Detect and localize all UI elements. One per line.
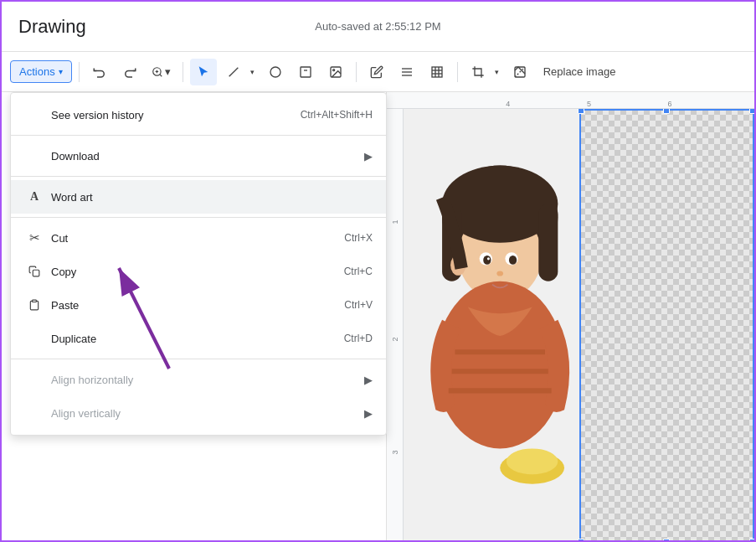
- replace-image-icon-button[interactable]: [507, 59, 533, 85]
- menu-shortcut-paste: Ctrl+V: [344, 299, 373, 311]
- version-history-icon: [24, 105, 44, 125]
- toolbar-divider-2: [183, 62, 183, 82]
- ruler-mark-6: 6: [668, 100, 672, 108]
- chevron-icon: ▾: [250, 68, 255, 76]
- toolbar-divider-3: [356, 62, 357, 82]
- menu-item-word-art[interactable]: A Word art: [11, 180, 386, 214]
- toolbar-divider-4: [457, 62, 458, 82]
- svg-rect-28: [538, 204, 558, 281]
- ruler-left: 1 2 3: [387, 109, 404, 542]
- text-box-button[interactable]: [292, 59, 319, 85]
- svg-point-39: [509, 256, 517, 265]
- svg-point-9: [332, 69, 334, 70]
- svg-point-37: [487, 257, 490, 260]
- menu-label-copy: Copy: [51, 266, 344, 278]
- top-bar: Drawing Auto-saved at 2:55:12 PM: [2, 2, 754, 52]
- menu-shortcut-copy: Ctrl+C: [344, 266, 373, 277]
- menu-label-align-horizontally: Align horizontally: [51, 374, 357, 386]
- menu-label-cut: Cut: [51, 232, 344, 245]
- ruler-mark-1: 1: [391, 219, 399, 224]
- crop-tool-arrow[interactable]: ▾: [491, 59, 503, 85]
- menu-item-version-history[interactable]: See version history Ctrl+Alt+Shift+H: [11, 98, 386, 132]
- left-panel: See version history Ctrl+Alt+Shift+H Dow…: [2, 92, 387, 542]
- menu-separator-4: [11, 359, 386, 359]
- align-vertically-arrow-icon: ▶: [364, 407, 373, 420]
- menu-item-paste[interactable]: Paste Ctrl+V: [11, 288, 386, 322]
- ruler-mark-3: 3: [391, 450, 399, 454]
- crop-tool-group: ▾: [465, 59, 503, 85]
- cut-icon: ✂: [24, 228, 44, 248]
- download-icon: [24, 146, 44, 166]
- canvas-content: [404, 109, 754, 542]
- canvas-panel: 4 5 6 1 2 3: [387, 92, 754, 542]
- crop-tool-button[interactable]: [465, 59, 491, 85]
- download-arrow-icon: ▶: [364, 150, 373, 163]
- menu-label-paste: Paste: [51, 299, 344, 312]
- actions-dropdown-menu: See version history Ctrl+Alt+Shift+H Dow…: [10, 92, 387, 436]
- chevron-icon-crop: ▾: [495, 68, 499, 76]
- menu-label-word-art: Word art: [51, 191, 373, 204]
- zoom-down-icon: ▾: [165, 65, 171, 78]
- actions-label: Actions: [19, 65, 55, 78]
- redo-button[interactable]: [116, 59, 143, 85]
- checker-background: [579, 109, 755, 542]
- actions-button[interactable]: Actions ▾: [10, 60, 72, 83]
- align-horizontally-arrow-icon: ▶: [364, 374, 373, 386]
- svg-line-1: [159, 74, 162, 76]
- svg-rect-6: [301, 67, 311, 77]
- ruler-top: 4 5 6: [387, 92, 754, 109]
- svg-rect-13: [432, 67, 442, 77]
- line-tool-button[interactable]: [220, 59, 247, 85]
- svg-point-42: [507, 448, 558, 474]
- illustration-svg: [404, 109, 596, 542]
- svg-rect-20: [33, 270, 39, 276]
- menu-label-align-vertically: Align vertically: [51, 407, 357, 420]
- ruler-mark-2: 2: [391, 337, 399, 341]
- ruler-mark-5: 5: [587, 100, 591, 108]
- menu-label-duplicate: Duplicate: [51, 333, 344, 345]
- line-tool-arrow[interactable]: ▾: [247, 59, 259, 85]
- menu-item-duplicate[interactable]: Duplicate Ctrl+D: [11, 322, 386, 355]
- menu-shortcut-cut: Ctrl+X: [344, 232, 373, 244]
- lines-button[interactable]: [393, 59, 420, 85]
- svg-rect-21: [33, 300, 37, 302]
- svg-line-4: [229, 67, 238, 76]
- shape-tool-button[interactable]: [262, 59, 289, 85]
- table-button[interactable]: [424, 59, 450, 85]
- edit-text-button[interactable]: [363, 59, 390, 85]
- ruler-mark-4: 4: [506, 100, 510, 108]
- menu-label-version-history: See version history: [51, 109, 301, 121]
- svg-point-5: [270, 67, 280, 77]
- align-vertically-icon: [24, 403, 44, 423]
- menu-label-download: Download: [51, 150, 357, 163]
- copy-icon: [24, 261, 44, 281]
- toolbar-divider-1: [79, 62, 80, 82]
- align-horizontally-icon: [24, 369, 44, 390]
- menu-item-cut[interactable]: ✂ Cut Ctrl+X: [11, 221, 386, 255]
- line-tool-group: ▾: [220, 59, 259, 85]
- select-tool-button[interactable]: [190, 59, 217, 85]
- menu-shortcut-version-history: Ctrl+Alt+Shift+H: [301, 109, 373, 121]
- svg-point-36: [483, 256, 491, 265]
- menu-separator-1: [11, 135, 386, 136]
- duplicate-icon: [24, 328, 44, 348]
- menu-item-download[interactable]: Download ▶: [11, 139, 386, 173]
- menu-item-copy[interactable]: Copy Ctrl+C: [11, 255, 386, 288]
- app-title: Drawing: [18, 16, 86, 38]
- menu-item-align-vertically: Align vertically ▶: [11, 396, 386, 430]
- main-area: See version history Ctrl+Alt+Shift+H Dow…: [2, 92, 754, 542]
- replace-image-button[interactable]: Replace image: [537, 61, 623, 82]
- undo-button[interactable]: [86, 59, 113, 85]
- image-tool-button[interactable]: [322, 59, 349, 85]
- paste-icon: [24, 295, 44, 315]
- chevron-down-icon: ▾: [59, 67, 63, 76]
- menu-shortcut-duplicate: Ctrl+D: [344, 333, 373, 344]
- toolbar: Actions ▾ ▾: [2, 52, 754, 92]
- menu-item-align-horizontally: Align horizontally ▶: [11, 363, 386, 396]
- illustration-area: [404, 109, 596, 542]
- word-art-icon: A: [24, 187, 44, 207]
- svg-point-40: [496, 271, 503, 276]
- menu-separator-2: [11, 176, 386, 177]
- zoom-button[interactable]: ▾: [147, 59, 176, 85]
- menu-separator-3: [11, 217, 386, 218]
